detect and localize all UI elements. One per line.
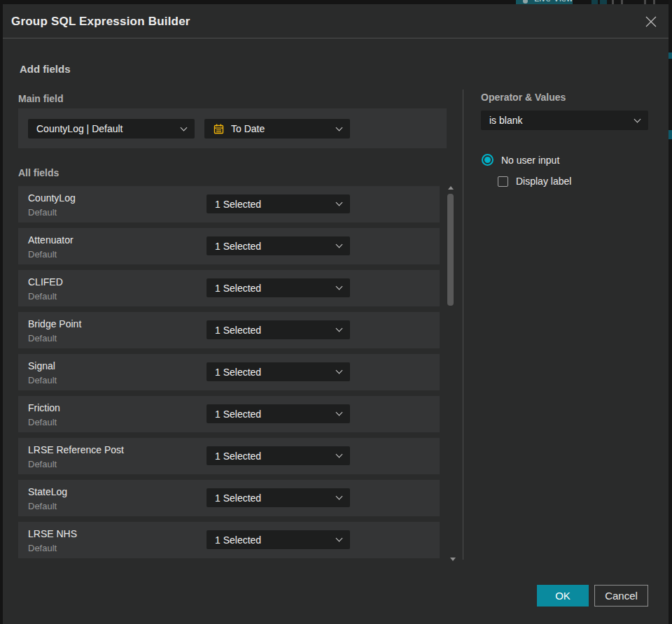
field-subtitle: Default <box>28 543 57 553</box>
scroll-up-icon[interactable] <box>448 186 454 190</box>
close-button[interactable] <box>643 14 659 29</box>
chevron-down-icon <box>336 241 343 248</box>
field-subtitle: Default <box>28 501 57 511</box>
live-view-label: Live View <box>534 0 573 3</box>
field-selection-value: 1 Selected <box>215 451 337 462</box>
no-user-input-radio-row[interactable]: No user input <box>482 154 559 166</box>
display-label-checkbox-row[interactable]: Display label <box>498 176 571 187</box>
field-selection-dropdown[interactable]: 1 Selected <box>206 446 350 465</box>
display-label-checkbox[interactable] <box>498 176 508 187</box>
background-edge-fragment <box>668 130 672 139</box>
field-selection-value: 1 Selected <box>215 241 337 252</box>
scroll-down-icon[interactable] <box>450 558 456 561</box>
field-row: Signal Default 1 Selected <box>18 354 440 390</box>
chevron-down-icon <box>336 535 343 542</box>
field-name: Signal <box>28 360 55 371</box>
field-name: CLIFED <box>28 276 63 288</box>
live-view-dot-icon <box>523 0 528 3</box>
field-selection-dropdown[interactable]: 1 Selected <box>206 404 350 423</box>
dialog-title: Group SQL Expression Builder <box>11 4 190 38</box>
field-selection-value: 1 Selected <box>215 283 337 294</box>
close-icon <box>644 15 658 29</box>
field-selection-dropdown[interactable]: 1 Selected <box>206 530 350 549</box>
field-row: Bridge Point Default 1 Selected <box>18 312 440 348</box>
dialog-titlebar: Group SQL Expression Builder <box>3 4 668 38</box>
display-label-text: Display label <box>516 176 571 187</box>
field-row: StateLog Default 1 Selected <box>18 480 440 516</box>
field-subtitle: Default <box>28 375 57 385</box>
field-name: Friction <box>28 402 60 413</box>
field-selection-dropdown[interactable]: 1 Selected <box>206 278 350 297</box>
field-subtitle: Default <box>28 291 57 302</box>
field-subtitle: Default <box>28 417 57 427</box>
field-subtitle: Default <box>28 459 57 469</box>
chevron-down-icon <box>336 283 343 290</box>
no-user-input-label: No user input <box>501 155 559 166</box>
all-fields-list: CountyLog Default 1 Selected Attenuator … <box>18 186 440 564</box>
date-type-select[interactable]: To Date <box>204 119 350 139</box>
calendar-icon <box>213 123 225 135</box>
field-selection-value: 1 Selected <box>215 199 337 210</box>
operator-select-value: is blank <box>489 115 635 126</box>
scrollbar-thumb[interactable] <box>447 194 454 306</box>
main-field-select-value: CountyLog | Default <box>36 123 181 134</box>
field-row: Attenuator Default 1 Selected <box>18 228 440 264</box>
chevron-down-icon <box>634 115 641 122</box>
field-row: CLIFED Default 1 Selected <box>18 270 440 306</box>
field-selection-dropdown[interactable]: 1 Selected <box>206 320 350 339</box>
field-name: Bridge Point <box>28 318 81 329</box>
main-field-select[interactable]: CountyLog | Default <box>28 119 195 139</box>
chevron-down-icon <box>336 325 343 332</box>
radio-button[interactable] <box>482 154 493 166</box>
field-name: CountyLog <box>28 192 76 204</box>
field-selection-value: 1 Selected <box>215 409 337 420</box>
field-selection-value: 1 Selected <box>215 325 337 336</box>
field-selection-dropdown[interactable]: 1 Selected <box>206 236 350 255</box>
add-fields-heading: Add fields <box>20 63 71 75</box>
field-selection-value: 1 Selected <box>215 534 337 546</box>
ok-button[interactable]: OK <box>537 585 589 607</box>
field-subtitle: Default <box>28 333 57 343</box>
all-fields-label: All fields <box>18 167 59 178</box>
field-row: CountyLog Default 1 Selected <box>18 186 440 222</box>
field-row: LRSE NHS Default 1 Selected <box>18 522 440 558</box>
field-name: LRSE NHS <box>28 528 77 539</box>
chevron-down-icon <box>336 367 343 374</box>
date-type-select-value: To Date <box>231 123 330 134</box>
chevron-down-icon <box>336 409 343 416</box>
operator-select[interactable]: is blank <box>481 111 648 130</box>
chevron-down-icon <box>336 451 343 458</box>
field-name: StateLog <box>28 486 67 497</box>
field-selection-value: 1 Selected <box>215 492 337 504</box>
background-edge-fragment <box>668 52 672 59</box>
main-field-panel: CountyLog | Default To Date <box>18 108 447 148</box>
chevron-down-icon <box>336 199 343 206</box>
field-selection-dropdown[interactable]: 1 Selected <box>206 488 350 507</box>
fields-scrollbar[interactable] <box>446 185 457 562</box>
field-subtitle: Default <box>28 207 57 218</box>
field-selection-value: 1 Selected <box>215 367 337 378</box>
operator-values-label: Operator & Values <box>481 92 566 103</box>
chevron-down-icon <box>336 124 343 131</box>
chevron-down-icon <box>181 124 188 131</box>
panel-divider <box>463 90 463 560</box>
field-selection-dropdown[interactable]: 1 Selected <box>206 194 350 213</box>
chevron-down-icon <box>336 493 343 500</box>
main-field-label: Main field <box>18 93 64 104</box>
field-row: Friction Default 1 Selected <box>18 396 440 432</box>
cancel-button[interactable]: Cancel <box>594 585 648 607</box>
field-name: Attenuator <box>28 234 74 246</box>
field-row: LRSE Reference Post Default 1 Selected <box>18 438 440 474</box>
group-sql-expression-builder-dialog: Group SQL Expression Builder Add fields … <box>3 4 668 624</box>
field-subtitle: Default <box>28 249 57 260</box>
field-name: LRSE Reference Post <box>28 444 124 455</box>
field-selection-dropdown[interactable]: 1 Selected <box>206 362 350 381</box>
background-right-edge <box>668 0 672 624</box>
